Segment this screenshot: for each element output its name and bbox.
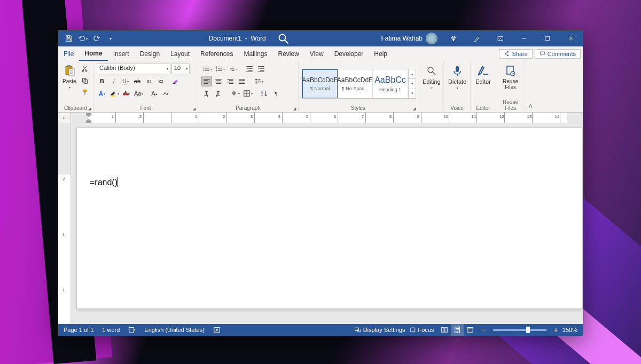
search-button[interactable] — [277, 32, 290, 45]
superscript-button[interactable]: x2 — [155, 76, 166, 86]
text-effects-button[interactable]: A▾ — [97, 88, 107, 99]
dictate-button[interactable]: Dictate▾ — [447, 64, 467, 91]
style-heading1[interactable]: AaBbCcHeading 1 — [373, 69, 408, 98]
tab-help[interactable]: Help — [369, 46, 393, 61]
zoom-in[interactable]: + — [554, 326, 558, 334]
strikethrough-button[interactable]: ab — [132, 76, 143, 86]
tab-home[interactable]: Home — [79, 46, 107, 61]
rtl-button[interactable] — [213, 88, 224, 99]
gallery-up[interactable]: ▴ — [409, 69, 416, 79]
tab-view[interactable]: View — [304, 46, 329, 61]
undo-button[interactable]: ▾ — [76, 32, 89, 45]
pen-icon[interactable] — [465, 30, 489, 46]
highlight-button[interactable]: ▾ — [108, 88, 120, 99]
tab-review[interactable]: Review — [272, 46, 304, 61]
macro-icon[interactable] — [213, 326, 221, 334]
word-count[interactable]: 1 word — [102, 327, 120, 333]
font-name-combo[interactable]: Calibri (Body)▾ — [97, 64, 170, 74]
line-spacing-button[interactable]: ▾ — [253, 76, 264, 86]
svg-point-4 — [505, 53, 507, 54]
vertical-ruler[interactable]: 211234 — [58, 123, 71, 324]
editing-button[interactable]: Editing▾ — [421, 64, 442, 91]
document-page[interactable]: =rand() — [76, 128, 583, 309]
decrease-indent-button[interactable] — [244, 64, 255, 74]
tab-layout[interactable]: Layout — [165, 46, 195, 61]
grow-font-button[interactable]: A▴ — [148, 88, 159, 99]
word-window: ▾ ▾ Document1 - Word Fatima Wahab File H… — [58, 30, 583, 336]
print-layout-view[interactable] — [451, 324, 464, 336]
change-case-button[interactable]: Aa▾ — [133, 88, 144, 99]
font-size-combo[interactable]: 10▾ — [171, 64, 190, 74]
svg-rect-16 — [123, 93, 129, 95]
font-color-button[interactable]: A▾ — [121, 88, 132, 99]
comments-button[interactable]: Comments — [535, 49, 581, 59]
multilevel-button[interactable]: ▾ — [227, 64, 239, 74]
increase-indent-button[interactable] — [256, 64, 267, 74]
ribbon-display-button[interactable] — [489, 30, 512, 46]
reuse-files-button[interactable]: Reuse Files — [499, 64, 521, 91]
numbering-button[interactable]: 123▾ — [214, 64, 226, 74]
paragraph-launcher[interactable]: ◢ — [293, 107, 296, 111]
language-indicator[interactable]: English (United States) — [144, 327, 205, 333]
page-indicator[interactable]: Page 1 of 1 — [64, 327, 93, 333]
tab-insert[interactable]: Insert — [108, 46, 135, 61]
show-marks-button[interactable]: ¶ — [271, 88, 282, 99]
save-button[interactable] — [62, 32, 75, 45]
tab-mailings[interactable]: Mailings — [238, 46, 272, 61]
align-center-button[interactable] — [213, 76, 224, 86]
mic-icon — [451, 65, 464, 77]
tab-references[interactable]: References — [195, 46, 238, 61]
shading-button[interactable]: ▾ — [229, 88, 241, 99]
gallery-more[interactable]: ▾ — [409, 89, 416, 98]
font-launcher[interactable]: ◢ — [193, 107, 196, 111]
document-text[interactable]: =rand() — [90, 177, 118, 187]
tab-design[interactable]: Design — [135, 46, 165, 61]
zoom-slider[interactable] — [493, 329, 546, 331]
borders-button[interactable]: ▾ — [242, 88, 254, 99]
italic-button[interactable]: I — [108, 76, 119, 86]
collapse-ribbon[interactable]: ᐱ — [525, 61, 536, 112]
copy-button[interactable] — [80, 75, 90, 86]
maximize-button[interactable] — [536, 30, 559, 46]
styles-launcher[interactable]: ◢ — [413, 107, 416, 111]
shrink-font-button[interactable]: A▾ — [160, 88, 171, 99]
align-left-button[interactable] — [201, 76, 212, 86]
format-painter-button[interactable] — [80, 87, 90, 98]
close-button[interactable] — [559, 30, 583, 46]
minimize-button[interactable] — [512, 30, 536, 46]
styles-gallery[interactable]: AaBbCcDdE¶ Normal AaBbCcDdE¶ No Spac... … — [302, 69, 416, 99]
redo-button[interactable] — [90, 32, 103, 45]
tab-developer[interactable]: Developer — [329, 46, 369, 61]
align-right-button[interactable] — [225, 76, 236, 86]
clipboard-launcher[interactable]: ◢ — [88, 107, 91, 111]
tab-file[interactable]: File — [58, 46, 79, 61]
diamond-icon[interactable] — [442, 30, 465, 46]
style-nospacing[interactable]: AaBbCcDdE¶ No Spac... — [338, 69, 373, 98]
editor-button[interactable]: Editor — [474, 64, 493, 86]
share-button[interactable]: Share — [499, 49, 532, 59]
tab-selector[interactable]: ∟ — [58, 113, 71, 123]
bullets-button[interactable]: ▾ — [201, 64, 213, 74]
qat-customize[interactable]: ▾ — [104, 32, 117, 45]
subscript-button[interactable]: x2 — [144, 76, 154, 86]
underline-button[interactable]: U▾ — [120, 76, 131, 86]
horizontal-ruler[interactable]: 12123456789101112131415161718 — [71, 113, 583, 123]
spelling-icon[interactable] — [128, 326, 136, 334]
display-settings[interactable]: Display Settings — [355, 327, 405, 333]
sort-button[interactable]: AZ — [259, 88, 270, 99]
zoom-out[interactable]: − — [481, 326, 485, 334]
zoom-level[interactable]: 150% — [562, 327, 577, 333]
focus-mode[interactable]: Focus — [410, 327, 434, 333]
user-account[interactable]: Fatima Wahab — [381, 33, 437, 44]
style-normal[interactable]: AaBbCcDdE¶ Normal — [302, 69, 338, 98]
read-mode-view[interactable] — [438, 324, 451, 336]
bold-button[interactable]: B — [97, 76, 107, 86]
justify-button[interactable] — [237, 76, 247, 86]
paste-button[interactable]: Paste▾ — [61, 64, 77, 90]
clear-formatting-button[interactable] — [170, 76, 181, 86]
gallery-down[interactable]: ▾ — [409, 79, 416, 89]
ltr-button[interactable] — [201, 88, 212, 99]
svg-rect-35 — [411, 328, 415, 332]
cut-button[interactable] — [80, 64, 90, 74]
web-layout-view[interactable] — [464, 324, 476, 336]
